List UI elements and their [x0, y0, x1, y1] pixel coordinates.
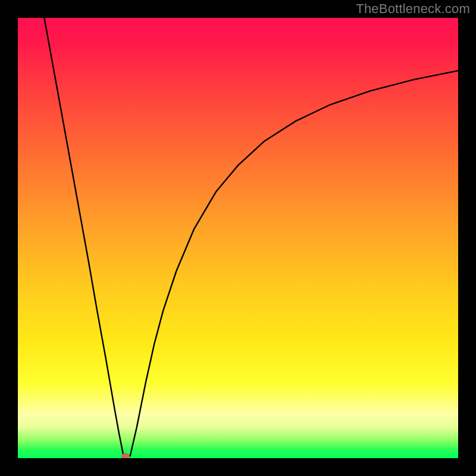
- bottleneck-curve: [18, 18, 458, 458]
- optimal-point-marker: [121, 453, 130, 458]
- plot-area: [18, 18, 458, 458]
- chart-frame: TheBottleneck.com: [0, 0, 476, 476]
- watermark-text: TheBottleneck.com: [356, 1, 470, 17]
